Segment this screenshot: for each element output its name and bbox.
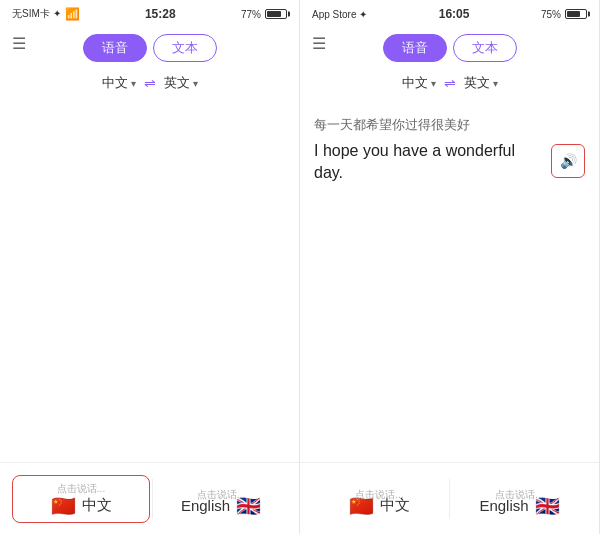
right-source-lang-arrow: ▾ <box>431 78 436 89</box>
left-content-area <box>0 100 299 462</box>
translation-text-block: I hope you have a wonderful day. <box>314 140 543 185</box>
left-source-lang-btn[interactable]: 中文 ▾ <box>102 74 136 92</box>
right-content-area: 每一天都希望你过得很美好 I hope you have a wonderful… <box>300 100 599 462</box>
left-source-lang-label: 中文 <box>102 74 128 92</box>
left-target-lang-label: 英文 <box>164 74 190 92</box>
right-battery-fill <box>567 11 581 17</box>
left-swap-icon[interactable]: ⇌ <box>144 75 156 91</box>
right-target-lang-btn[interactable]: 英文 ▾ <box>464 74 498 92</box>
translated-text: I hope you have a wonderful day. <box>314 140 543 185</box>
left-bottom-chinese[interactable]: 点击说话... 🇨🇳 中文 <box>12 475 150 523</box>
right-status-left: App Store ✦ <box>312 9 367 20</box>
left-voice-tab[interactable]: 语音 <box>83 34 147 62</box>
right-source-lang-btn[interactable]: 中文 ▾ <box>402 74 436 92</box>
left-chinese-flag: 🇨🇳 <box>51 496 76 516</box>
speaker-button[interactable]: 🔊 <box>551 144 585 178</box>
speaker-icon: 🔊 <box>560 153 577 169</box>
right-top-tabs: 语音 文本 <box>300 28 599 70</box>
right-menu-icon[interactable]: ☰ <box>312 34 326 53</box>
right-battery-percent: 75% <box>541 9 561 20</box>
right-swap-icon[interactable]: ⇌ <box>444 75 456 91</box>
right-bottom-hint-right: 点击说话... <box>495 488 543 502</box>
right-source-lang-label: 中文 <box>402 74 428 92</box>
left-text-tab[interactable]: 文本 <box>153 34 217 62</box>
left-bottom-hint-right: 点击说话... <box>197 488 245 502</box>
left-chinese-label: 中文 <box>82 496 112 515</box>
left-panel: 无SIM卡 ✦ 📶 15:28 77% ☰ 语音 文本 中文 ▾ ⇌ 英文 ▾ <box>0 0 300 534</box>
right-bottom-english[interactable]: 点击说话... English 🇬🇧 <box>450 482 589 516</box>
left-menu-icon[interactable]: ☰ <box>12 34 26 53</box>
left-battery-icon <box>265 9 287 19</box>
left-target-lang-arrow: ▾ <box>193 78 198 89</box>
left-bottom-bar: 点击说话... 🇨🇳 中文 点击说话... English 🇬🇧 <box>0 462 299 534</box>
right-panel: App Store ✦ 16:05 75% ☰ 语音 文本 中文 ▾ ⇌ 英文 … <box>300 0 600 534</box>
left-lang-selector: 中文 ▾ ⇌ 英文 ▾ <box>0 70 299 100</box>
right-target-lang-arrow: ▾ <box>493 78 498 89</box>
right-bottom-hint-left: 点击说话... <box>355 488 403 502</box>
wifi-icon: 📶 <box>65 7 80 21</box>
translation-card: 每一天都希望你过得很美好 I hope you have a wonderful… <box>314 110 585 191</box>
left-battery-percent: 77% <box>241 9 261 20</box>
right-text-tab[interactable]: 文本 <box>453 34 517 62</box>
right-clock: 16:05 <box>439 7 470 21</box>
left-bottom-hint-left: 点击说话... <box>57 482 105 496</box>
left-status-left: 无SIM卡 ✦ 📶 <box>12 7 80 21</box>
right-voice-tab[interactable]: 语音 <box>383 34 447 62</box>
right-bottom-chinese[interactable]: 点击说话... 🇨🇳 中文 <box>310 482 449 516</box>
right-status-bar: App Store ✦ 16:05 75% <box>300 0 599 28</box>
left-source-lang-arrow: ▾ <box>131 78 136 89</box>
right-target-lang-label: 英文 <box>464 74 490 92</box>
left-bottom-english[interactable]: 点击说话... English 🇬🇧 <box>153 482 289 516</box>
left-battery-fill <box>267 11 281 17</box>
left-status-bar: 无SIM卡 ✦ 📶 15:28 77% <box>0 0 299 28</box>
right-bottom-bar: 点击说话... 🇨🇳 中文 点击说话... English 🇬🇧 <box>300 462 599 534</box>
left-clock: 15:28 <box>145 7 176 21</box>
right-lang-selector: 中文 ▾ ⇌ 英文 ▾ <box>300 70 599 100</box>
left-status-right: 77% <box>241 9 287 20</box>
right-status-right: 75% <box>541 9 587 20</box>
source-text: 每一天都希望你过得很美好 <box>314 116 585 134</box>
no-sim-text: 无SIM卡 ✦ <box>12 7 61 21</box>
left-bottom-chinese-row: 🇨🇳 中文 <box>51 496 112 516</box>
right-appstore-text: App Store ✦ <box>312 9 367 20</box>
left-top-tabs: 语音 文本 <box>0 28 299 70</box>
left-target-lang-btn[interactable]: 英文 ▾ <box>164 74 198 92</box>
translation-row: I hope you have a wonderful day. 🔊 <box>314 140 585 185</box>
right-battery-icon <box>565 9 587 19</box>
